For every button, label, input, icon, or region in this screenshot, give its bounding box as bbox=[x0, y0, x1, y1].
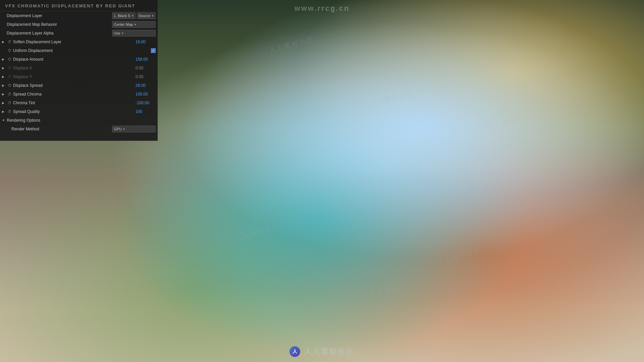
param-label-displacement-layer: Displacement Layer bbox=[7, 13, 112, 18]
panel-title: VFX CHROMATIC DISPLACEMENT BY RED GIANT bbox=[0, 0, 158, 11]
param-label-displace-x: Displace X bbox=[13, 66, 136, 70]
stopwatch-chroma-tint[interactable]: ⏱ bbox=[7, 100, 12, 106]
param-value-spread-quality[interactable]: 100 bbox=[136, 109, 156, 114]
dropdown-arrow-gpu: ▼ bbox=[123, 128, 125, 131]
dropdown-arrow-1: ▼ bbox=[131, 14, 134, 17]
rendering-options-label: Rendering Options bbox=[7, 118, 40, 123]
stopwatch-displace-amount[interactable]: ⏱ bbox=[7, 57, 12, 62]
param-label-displace-y: Displace Y bbox=[13, 74, 136, 79]
uniform-displacement-checkbox[interactable]: ✓ bbox=[151, 48, 156, 53]
param-row-uniform-displacement: ⏱ Uniform Displacement ✓ bbox=[0, 46, 158, 55]
displacement-layer-alpha-dropdown[interactable]: Use ▼ bbox=[112, 30, 156, 37]
render-method-value: GPU bbox=[114, 127, 122, 131]
param-label-spread-chroma: Spread Chroma bbox=[13, 92, 136, 97]
expand-displace-spread[interactable]: ▶ bbox=[2, 84, 7, 87]
stopwatch-uniform[interactable]: ⏱ bbox=[7, 48, 12, 53]
stopwatch-displace-x: ⏱ bbox=[7, 65, 12, 71]
param-row-displacement-layer: Displacement Layer 1. Black S ▼ Source ▼ bbox=[0, 11, 158, 20]
stopwatch-soften[interactable]: ⏱ bbox=[7, 39, 12, 45]
checkbox-check-icon: ✓ bbox=[152, 49, 155, 52]
dropdown-arrow-2: ▼ bbox=[151, 14, 154, 17]
expand-spread-chroma[interactable]: ▶ bbox=[2, 93, 7, 96]
param-label-uniform-displacement: Uniform Displacement bbox=[13, 48, 151, 53]
param-value-displace-x[interactable]: 0.00 bbox=[136, 66, 156, 70]
stopwatch-spread-quality[interactable]: ⏱ bbox=[7, 109, 12, 114]
expand-displace-amount[interactable]: ▶ bbox=[2, 58, 7, 61]
param-label-displace-amount: Displace Amount bbox=[13, 57, 136, 62]
param-value-displace-y[interactable]: 0.00 bbox=[136, 74, 156, 79]
displacement-layer-alpha-value: Use bbox=[114, 31, 120, 35]
param-row-chroma-tint: ▶ ⏱ Chroma Tint -100.00 bbox=[0, 99, 158, 107]
displacement-map-behavior-dropdown[interactable]: Center Map ▼ bbox=[112, 21, 156, 28]
param-row-displace-y: ▶ ⏱ Displace Y 0.00 bbox=[0, 72, 158, 81]
param-value-spread-chroma[interactable]: 100.00 bbox=[136, 92, 156, 97]
param-label-displacement-layer-alpha: Displacement Layer Alpha bbox=[7, 31, 112, 36]
source-dropdown[interactable]: Source ▼ bbox=[137, 12, 156, 19]
expand-displace-y[interactable]: ▶ bbox=[2, 75, 7, 78]
param-row-spread-quality: ▶ ⏱ Spread Quality 100 bbox=[0, 107, 158, 116]
param-value-chroma-tint[interactable]: -100.00 bbox=[136, 101, 156, 105]
param-label-soften-displacement-layer: Soften Displacement Layer bbox=[13, 40, 136, 44]
expand-soften[interactable]: ▶ bbox=[2, 40, 7, 44]
param-value-displace-amount[interactable]: 158.00 bbox=[136, 57, 156, 62]
param-row-displacement-layer-alpha: Displacement Layer Alpha Use ▼ bbox=[0, 29, 158, 38]
param-row-displacement-map-behavior: Displacement Map Behavior Center Map ▼ bbox=[0, 20, 158, 29]
displacement-layer-controls: 1. Black S ▼ Source ▼ bbox=[112, 12, 156, 19]
expand-chroma-tint[interactable]: ▶ bbox=[2, 101, 7, 105]
expand-spread-quality[interactable]: ▶ bbox=[2, 110, 7, 113]
param-label-chroma-tint: Chroma Tint bbox=[13, 101, 136, 105]
uniform-displacement-checkbox-container: ✓ bbox=[151, 48, 156, 53]
dropdown-arrow-4: ▼ bbox=[121, 32, 124, 35]
rendering-options-arrow: ▼ bbox=[2, 119, 7, 122]
render-method-dropdown[interactable]: GPU ▼ bbox=[112, 126, 156, 132]
dropdown-arrow-3: ▼ bbox=[134, 23, 137, 26]
param-row-spread-chroma: ▶ ⏱ Spread Chroma 100.00 bbox=[0, 90, 158, 99]
source-value: Source bbox=[139, 14, 150, 18]
param-label-displace-spread: Displace Spread bbox=[13, 83, 136, 88]
stopwatch-spread-chroma[interactable]: ⏱ bbox=[7, 92, 12, 97]
param-row-displace-amount: ▶ ⏱ Displace Amount 158.00 bbox=[0, 55, 158, 64]
stopwatch-displace-spread[interactable]: ⏱ bbox=[7, 83, 12, 88]
param-row-displace-x: ▶ ⏱ Displace X 0.00 bbox=[0, 64, 158, 72]
effects-panel: VFX CHROMATIC DISPLACEMENT BY RED GIANT … bbox=[0, 0, 158, 141]
param-row-render-method: Render Method GPU ▼ bbox=[0, 125, 158, 133]
stopwatch-displace-y: ⏱ bbox=[7, 74, 12, 79]
displacement-layer-dropdown[interactable]: 1. Black S ▼ bbox=[112, 12, 136, 19]
param-value-soften-displacement-layer[interactable]: 18.00 bbox=[136, 40, 156, 44]
expand-displace-x[interactable]: ▶ bbox=[2, 66, 7, 70]
param-value-displace-spread[interactable]: 28.00 bbox=[136, 83, 156, 88]
displacement-layer-value: 1. Black S bbox=[114, 14, 130, 18]
displacement-map-behavior-value: Center Map bbox=[114, 22, 133, 26]
param-label-render-method: Render Method bbox=[11, 127, 112, 131]
rendering-options-header[interactable]: ▼ Rendering Options bbox=[0, 116, 158, 125]
param-label-displacement-map-behavior: Displacement Map Behavior bbox=[7, 22, 112, 27]
param-row-soften-displacement-layer: ▶ ⏱ Soften Displacement Layer 18.00 bbox=[0, 38, 158, 46]
param-row-displace-spread: ▶ ⏱ Displace Spread 28.00 bbox=[0, 81, 158, 90]
param-label-spread-quality: Spread Quality bbox=[13, 109, 136, 114]
